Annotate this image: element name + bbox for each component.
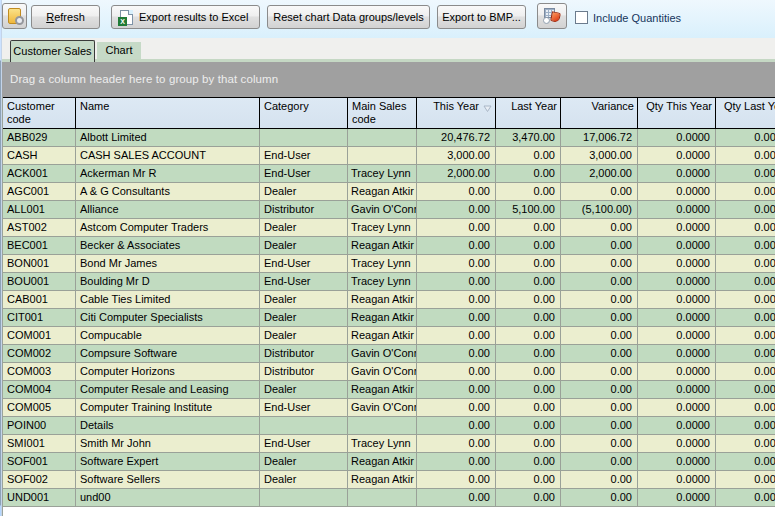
cell-last-year: 0.00 xyxy=(496,255,561,272)
cell-customer-code: COM002 xyxy=(3,345,76,362)
tab-customer-sales[interactable]: Customer Sales xyxy=(10,40,95,62)
table-row[interactable]: BEC001 Becker & Associates Dealer Reagan… xyxy=(3,237,775,255)
cell-main-sales-code: Gavin O'Conr xyxy=(348,345,417,362)
table-row[interactable]: COM004 Computer Resale and Leasing Deale… xyxy=(3,381,775,399)
cell-customer-code: BEC001 xyxy=(3,237,76,254)
table-row[interactable]: COM005 Computer Training Institute End-U… xyxy=(3,399,775,417)
cell-this-year: 0.00 xyxy=(417,219,496,236)
find-button[interactable] xyxy=(2,3,27,29)
cell-customer-code: UND001 xyxy=(3,489,76,506)
export-excel-button[interactable]: XExport results to Excel xyxy=(111,5,260,29)
cell-main-sales-code: Reagan Atkir xyxy=(348,453,417,470)
table-row[interactable]: POIN00 Details 0.00 0.00 0.00 0.0000 0.0… xyxy=(3,417,775,435)
table-row[interactable]: AST002 Astcom Computer Traders Dealer Tr… xyxy=(3,219,775,237)
column-header-this-year[interactable]: This Year xyxy=(417,98,496,128)
cell-this-year: 0.00 xyxy=(417,345,496,362)
refresh-button[interactable]: Refresh xyxy=(31,5,100,29)
cell-this-year: 0.00 xyxy=(417,435,496,452)
table-row[interactable]: SMI001 Smith Mr John End-User Tracey Lyn… xyxy=(3,435,775,453)
cell-qty-this-year: 0.0000 xyxy=(638,381,716,398)
cell-category: End-User xyxy=(260,165,348,182)
cell-this-year: 0.00 xyxy=(417,309,496,326)
cell-this-year: 2,000.00 xyxy=(417,165,496,182)
grid-left-border xyxy=(2,97,3,516)
table-row[interactable]: BOU001 Boulding Mr D End-User Tracey Lyn… xyxy=(3,273,775,291)
cell-qty-this-year: 0.0000 xyxy=(638,435,716,452)
cell-qty-last-year: 0.0000 xyxy=(716,237,775,254)
cell-qty-last-year: 0.0000 xyxy=(716,273,775,290)
column-header-variance[interactable]: Variance xyxy=(561,98,638,128)
cell-qty-this-year: 0.0000 xyxy=(638,327,716,344)
cell-qty-last-year: 0.0000 xyxy=(716,471,775,488)
table-row[interactable]: COM003 Computer Horizons Distributor Gav… xyxy=(3,363,775,381)
column-header-name[interactable]: Name xyxy=(76,98,260,128)
cell-qty-last-year: 0.0000 xyxy=(716,399,775,416)
cell-customer-code: BOU001 xyxy=(3,273,76,290)
grid-body: ABB029 Albott Limited 20,476.72 3,470.00… xyxy=(3,129,775,507)
cell-last-year: 0.00 xyxy=(496,165,561,182)
cell-name: Citi Computer Specialists xyxy=(76,309,260,326)
table-row[interactable]: CAB001 Cable Ties Limited Dealer Reagan … xyxy=(3,291,775,309)
cell-variance: 0.00 xyxy=(561,453,638,470)
column-header-last-year[interactable]: Last Year xyxy=(496,98,561,128)
cell-this-year: 0.00 xyxy=(417,417,496,434)
table-row[interactable]: SOF001 Software Expert Dealer Reagan Atk… xyxy=(3,453,775,471)
cell-this-year: 0.00 xyxy=(417,327,496,344)
cell-last-year: 0.00 xyxy=(496,471,561,488)
cell-category: End-User xyxy=(260,435,348,452)
table-row[interactable]: ALL001 Alliance Distributor Gavin O'Conr… xyxy=(3,201,775,219)
column-header-category[interactable]: Category xyxy=(260,98,348,128)
group-by-bar[interactable]: Drag a column header here to group by th… xyxy=(0,62,775,97)
cell-main-sales-code: Reagan Atkir xyxy=(348,381,417,398)
table-row[interactable]: UND001 und00 0.00 0.00 0.00 0.0000 0.000… xyxy=(3,489,775,507)
export-bmp-button[interactable]: Export to BMP... xyxy=(437,5,526,29)
cell-qty-last-year: 0.0000 xyxy=(716,327,775,344)
cell-name: Alliance xyxy=(76,201,260,218)
cell-customer-code: COM001 xyxy=(3,327,76,344)
cell-variance: 17,006.72 xyxy=(561,129,638,146)
cell-qty-last-year: 0.0000 xyxy=(716,219,775,236)
cell-name: Boulding Mr D xyxy=(76,273,260,290)
cell-customer-code: SMI001 xyxy=(3,435,76,452)
tab-chart[interactable]: Chart xyxy=(97,42,141,59)
cell-name: Compucable xyxy=(76,327,260,344)
table-row[interactable]: CASH CASH SALES ACCOUNT End-User 3,000.0… xyxy=(3,147,775,165)
cell-category: Dealer xyxy=(260,381,348,398)
cell-last-year: 0.00 xyxy=(496,381,561,398)
cell-last-year: 0.00 xyxy=(496,309,561,326)
cell-name: und00 xyxy=(76,489,260,506)
table-row[interactable]: BON001 Bond Mr James End-User Tracey Lyn… xyxy=(3,255,775,273)
cell-this-year: 0.00 xyxy=(417,183,496,200)
table-row[interactable]: COM002 Compsure Software Distributor Gav… xyxy=(3,345,775,363)
cell-qty-last-year: 0.0000 xyxy=(716,345,775,362)
column-header-main-sales-code[interactable]: Main Sales code xyxy=(348,98,417,128)
column-header-qty-this-year[interactable]: Qty This Year xyxy=(638,98,716,128)
cell-variance: 0.00 xyxy=(561,327,638,344)
cell-qty-this-year: 0.0000 xyxy=(638,183,716,200)
reset-chart-button[interactable]: Reset chart Data groups/levels xyxy=(267,5,430,29)
export-chart-button[interactable] xyxy=(537,3,567,29)
table-row[interactable]: ABB029 Albott Limited 20,476.72 3,470.00… xyxy=(3,129,775,147)
table-row[interactable]: ACK001 Ackerman Mr R End-User Tracey Lyn… xyxy=(3,165,775,183)
include-quantities-checkbox[interactable] xyxy=(575,11,588,24)
table-row[interactable]: AGC001 A & G Consultants Dealer Reagan A… xyxy=(3,183,775,201)
column-header-qty-last-year[interactable]: Qty Last Year xyxy=(716,98,775,128)
cell-category: End-User xyxy=(260,147,348,164)
cell-this-year: 0.00 xyxy=(417,237,496,254)
cell-main-sales-code: Reagan Atkir xyxy=(348,183,417,200)
cell-name: CASH SALES ACCOUNT xyxy=(76,147,260,164)
table-row[interactable]: COM001 Compucable Dealer Reagan Atkir 0.… xyxy=(3,327,775,345)
cell-last-year: 0.00 xyxy=(496,453,561,470)
this-year-label: This Year xyxy=(433,100,479,113)
table-row[interactable]: CIT001 Citi Computer Specialists Dealer … xyxy=(3,309,775,327)
cell-this-year: 0.00 xyxy=(417,399,496,416)
column-header-customer-code[interactable]: Customer code xyxy=(3,98,76,128)
cell-qty-this-year: 0.0000 xyxy=(638,417,716,434)
cell-main-sales-code: Reagan Atkir xyxy=(348,291,417,308)
table-row[interactable]: SOF002 Software Sellers Dealer Reagan At… xyxy=(3,471,775,489)
cell-last-year: 0.00 xyxy=(496,417,561,434)
cell-last-year: 0.00 xyxy=(496,237,561,254)
cell-variance: 0.00 xyxy=(561,183,638,200)
cell-qty-this-year: 0.0000 xyxy=(638,453,716,470)
cell-qty-last-year: 0.0000 xyxy=(716,381,775,398)
